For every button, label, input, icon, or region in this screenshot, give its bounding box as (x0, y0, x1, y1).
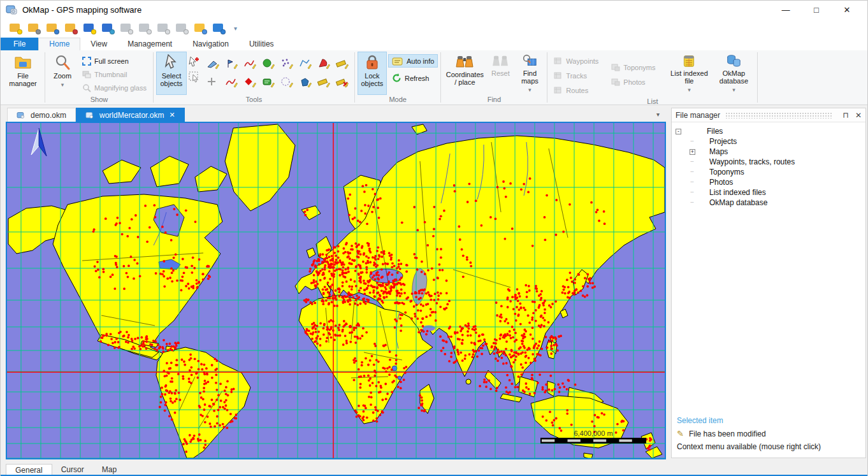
tree-item-okmap-database[interactable]: ┄OkMap database (676, 198, 865, 208)
tree-item-waypoints-tracks-routes[interactable]: ┄Waypoints, tracks, routes (676, 157, 865, 167)
magnifying-glass-label: Magnifying glass (94, 84, 147, 92)
open-project-icon[interactable] (8, 22, 22, 34)
tree-item-photos[interactable]: ┄Photos (676, 177, 865, 187)
list-indexed-file-button[interactable]: List indexed file ▾ (667, 52, 711, 95)
database-icon (724, 54, 743, 68)
tree-item-projects[interactable]: ┄Projects (676, 136, 865, 147)
maximize-button[interactable]: □ (810, 5, 823, 15)
move-point-tool-icon[interactable] (205, 74, 221, 90)
full-screen-button[interactable]: Full screen (78, 54, 150, 68)
tree-connector: ┄ (690, 139, 695, 145)
expander-minus-icon[interactable]: - (676, 129, 681, 134)
find-maps-caret-icon: ▾ (528, 86, 532, 94)
status-tab-cursor[interactable]: Cursor (52, 464, 93, 475)
status-bar: General Cursor Map (1, 464, 867, 475)
tree-connector: ┄ (690, 180, 695, 185)
draw-area-tool-icon[interactable] (260, 55, 277, 72)
draw-polygon-tool-icon[interactable] (297, 74, 314, 90)
auto-info-label: Auto info (407, 57, 434, 65)
tracks-label: Tracks (566, 72, 587, 80)
panel-close-icon[interactable]: ✕ (855, 111, 862, 120)
rubber-band-select-icon[interactable] (188, 71, 201, 83)
draw-points-tool-icon[interactable] (278, 55, 295, 72)
draw-circle-tool-icon[interactable] (278, 74, 295, 90)
map-viewport[interactable]: 6,400,000 m (6, 122, 666, 459)
tab-navigation[interactable]: Navigation (182, 38, 239, 50)
select-cursor-icon (164, 54, 178, 71)
tab-file[interactable]: File (1, 38, 38, 50)
save-web-map-icon[interactable] (101, 22, 115, 34)
draw-route-tool-icon[interactable] (242, 55, 258, 72)
file-manager-button[interactable]: File manager (4, 52, 42, 95)
status-tab-map[interactable]: Map (93, 464, 126, 475)
find-maps-icon (521, 54, 538, 68)
grid-tool-disabled-icon-3[interactable] (175, 22, 189, 34)
select-objects-button[interactable]: Select objects (156, 52, 187, 95)
doc-tab-demo[interactable]: demo.okm (7, 108, 76, 122)
doc-tab-worldmercator[interactable]: worldMercator.okm ✕ (76, 108, 185, 122)
tab-utilities[interactable]: Utilities (239, 38, 284, 50)
tree-item-files[interactable]: - Files (676, 126, 865, 136)
auto-info-button[interactable]: Auto info (388, 54, 438, 68)
folder-icon (13, 54, 33, 71)
tree-item-toponyms[interactable]: ┄Toponyms (676, 167, 865, 177)
tracks-list-icon (554, 72, 563, 80)
binoculars-icon (456, 54, 474, 69)
status-tab-general[interactable]: General (6, 464, 52, 475)
doc-tab-close-icon[interactable]: ✕ (169, 111, 175, 119)
measure-distance-tool-icon[interactable] (334, 55, 351, 72)
grid-tool-disabled-icon-2[interactable] (156, 22, 170, 34)
minimize-button[interactable]: — (779, 5, 792, 15)
save-project-icon[interactable] (82, 22, 96, 34)
tree-item-maps[interactable]: +Maps (676, 147, 865, 157)
zoom-button[interactable]: Zoom ▾ (48, 52, 77, 95)
panel-drag-hatch[interactable] (725, 112, 832, 119)
svg-text:6,400,000 m: 6,400,000 m (574, 429, 612, 437)
tree-item-list-indexed-files[interactable]: ┄List indexed files (676, 187, 865, 198)
close-button[interactable]: ✕ (841, 5, 853, 15)
tree-connector: ┄ (690, 190, 695, 196)
draw-vertex-tool-icon[interactable] (242, 74, 258, 90)
list-photos-button: Photos (607, 75, 659, 89)
indexed-file-icon (681, 54, 697, 68)
draw-sector-tool-icon[interactable] (315, 55, 332, 72)
tab-home[interactable]: Home (38, 38, 80, 50)
draw-waypoint-tool-icon[interactable] (223, 55, 240, 72)
world-mercator-map[interactable]: 6,400,000 m (7, 123, 665, 458)
coordinates-place-button[interactable]: Coordinates / place (444, 52, 486, 95)
list-toponyms-button: Toponyms (607, 61, 659, 74)
add-selection-cursor-icon[interactable] (188, 55, 201, 68)
draw-track-tool-icon[interactable] (223, 74, 240, 90)
open-file-icon[interactable] (27, 22, 41, 34)
group-label-find: Find (444, 95, 544, 104)
tab-management[interactable]: Management (117, 38, 182, 50)
settings-gear-icon[interactable] (212, 22, 226, 34)
qat-overflow-caret-icon[interactable]: ▾ (234, 25, 237, 32)
open-track-icon[interactable] (64, 22, 78, 34)
measure-area-tool-icon[interactable] (315, 74, 332, 90)
open-web-map-icon[interactable] (45, 22, 59, 34)
draw-note-tool-icon[interactable] (260, 74, 277, 90)
tab-view[interactable]: View (80, 38, 117, 50)
find-maps-button[interactable]: Find maps ▾ (515, 52, 544, 95)
grid-tool-disabled-icon[interactable] (138, 22, 152, 34)
full-screen-icon (82, 57, 91, 66)
tree-item-label: List indexed files (709, 188, 766, 197)
folder-icon[interactable] (193, 22, 207, 34)
find-maps-label: Find maps (517, 69, 542, 85)
pin-icon[interactable]: ⊓ (843, 111, 849, 120)
toponyms-list-icon (611, 64, 620, 71)
okmap-database-button[interactable]: OkMap database ▾ (712, 52, 755, 95)
group-mode: Lock objects Auto info (356, 51, 440, 104)
draw-polyline-tool-icon[interactable] (297, 55, 314, 72)
save-disabled-icon[interactable] (119, 22, 133, 34)
tree-item-label: Photos (709, 178, 733, 187)
eraser-tool-icon[interactable] (205, 55, 221, 72)
waypoints-list-icon (554, 57, 563, 65)
delete-measure-tool-icon[interactable] (334, 74, 351, 90)
expander-plus-icon[interactable]: + (690, 149, 695, 155)
lock-objects-button[interactable]: Lock objects (358, 52, 387, 95)
tab-list-caret-icon[interactable]: ▾ (656, 111, 660, 118)
list-indexed-caret-icon: ▾ (688, 86, 691, 94)
refresh-button[interactable]: Refresh (388, 71, 438, 85)
